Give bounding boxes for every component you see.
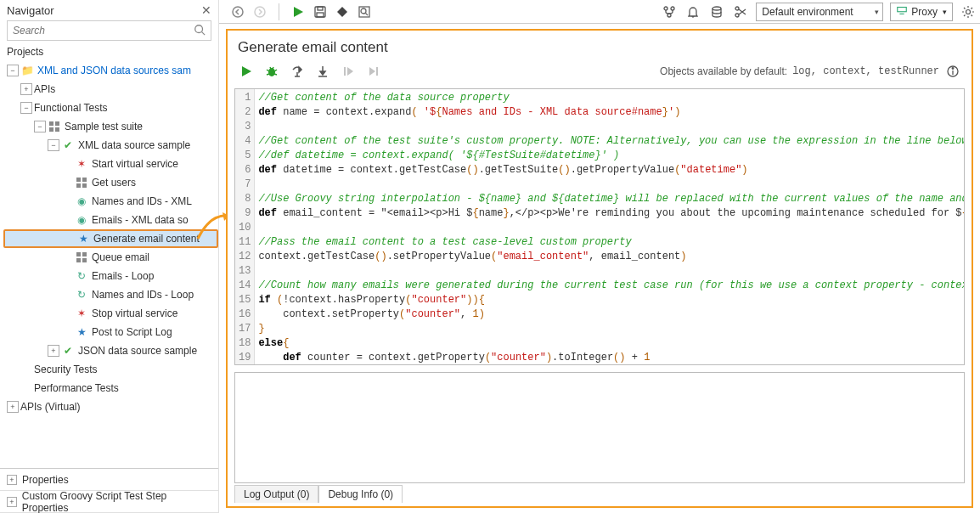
- loop-icon: ↻: [75, 269, 88, 283]
- grid-icon: [75, 176, 88, 189]
- svg-rect-30: [898, 8, 907, 12]
- svg-rect-11: [82, 252, 87, 256]
- tree-queue-email[interactable]: Queue email: [3, 248, 218, 267]
- debug-icon[interactable]: [263, 63, 280, 80]
- find-icon[interactable]: [356, 3, 373, 20]
- save-icon[interactable]: [312, 3, 329, 20]
- tree-emails-xml[interactable]: ◉Emails - XML data so: [3, 211, 218, 229]
- tab-log-output[interactable]: Log Output (0): [234, 485, 318, 503]
- svg-rect-7: [82, 178, 87, 182]
- tab-debug-info[interactable]: Debug Info (0): [318, 485, 403, 503]
- loop-icon: ↻: [75, 288, 88, 302]
- tree-project-root[interactable]: −📁XML and JSON data sources sam: [3, 61, 218, 80]
- expand-icon[interactable]: +: [7, 475, 17, 485]
- database-icon[interactable]: [708, 3, 725, 20]
- grid-icon: [75, 251, 88, 264]
- svg-point-24: [664, 7, 667, 10]
- environment-select[interactable]: Default environment: [756, 3, 883, 21]
- proxy-button[interactable]: Proxy: [890, 3, 953, 21]
- svg-rect-50: [376, 67, 378, 76]
- projects-label: Projects: [0, 44, 218, 59]
- svg-rect-6: [76, 178, 81, 182]
- branch-icon[interactable]: [661, 3, 678, 20]
- tree-names-xml[interactable]: ◉Names and IDs - XML: [3, 192, 218, 211]
- search-input-wrap[interactable]: [7, 20, 211, 41]
- tree-get-users[interactable]: Get users: [3, 173, 218, 192]
- svg-line-38: [274, 74, 277, 75]
- svg-point-31: [966, 9, 971, 14]
- svg-rect-4: [49, 127, 54, 132]
- skip-icon[interactable]: [365, 63, 382, 80]
- svg-rect-18: [318, 7, 323, 10]
- db-icon: ◉: [75, 213, 88, 227]
- code-editor[interactable]: //Get content of the data source propert…: [255, 89, 964, 364]
- svg-line-35: [267, 70, 269, 71]
- run-script-icon[interactable]: [238, 63, 255, 80]
- scissors-icon[interactable]: [732, 3, 749, 20]
- svg-rect-10: [76, 252, 81, 256]
- project-tree: −📁XML and JSON data sources sam +APIs −F…: [0, 59, 218, 468]
- svg-line-37: [267, 74, 269, 75]
- search-icon[interactable]: [194, 24, 206, 38]
- svg-marker-41: [299, 67, 301, 72]
- tree-generate-email[interactable]: ★Generate email content: [3, 229, 218, 248]
- line-gutter: 12345678910111213141516171819: [235, 89, 255, 364]
- folder-icon: 📁: [20, 64, 34, 77]
- tree-names-loop[interactable]: ↻Names and IDs - Loop: [3, 285, 218, 304]
- svg-marker-16: [294, 7, 303, 17]
- forward-icon[interactable]: [251, 3, 268, 20]
- output-panel[interactable]: [234, 372, 965, 483]
- svg-rect-19: [317, 13, 324, 17]
- svg-rect-2: [49, 121, 54, 126]
- expand-icon[interactable]: +: [7, 497, 17, 507]
- tree-post-log[interactable]: ★Post to Script Log: [3, 323, 218, 341]
- svg-line-40: [273, 67, 273, 69]
- gear-icon[interactable]: [960, 3, 977, 20]
- svg-marker-45: [320, 71, 325, 75]
- tree-start-virtual[interactable]: ✶Start virtual service: [3, 155, 218, 173]
- tree-xml-sample[interactable]: −✔XML data source sample: [3, 136, 218, 155]
- tree-json-sample[interactable]: +✔JSON data source sample: [3, 341, 218, 360]
- svg-point-28: [735, 7, 739, 10]
- tree-emails-loop[interactable]: ↻Emails - Loop: [3, 267, 218, 285]
- svg-rect-3: [55, 121, 59, 126]
- tree-stop-virtual[interactable]: ✶Stop virtual service: [3, 304, 218, 323]
- tree-functional[interactable]: −Functional Tests: [3, 99, 218, 117]
- stop-icon: ✶: [75, 307, 88, 320]
- bell-icon[interactable]: [684, 3, 701, 20]
- run-icon[interactable]: [290, 3, 307, 20]
- svg-point-27: [712, 7, 721, 10]
- svg-marker-49: [369, 67, 375, 76]
- svg-line-36: [274, 70, 277, 71]
- tree-apis-virtual[interactable]: +APIs (Virtual): [3, 397, 218, 416]
- suite-icon: [48, 120, 61, 133]
- proxy-icon: [896, 4, 908, 19]
- custom-props-panel[interactable]: +Custom Groovy Script Test Step Properti…: [0, 491, 218, 513]
- svg-point-53: [952, 68, 954, 70]
- svg-marker-48: [347, 67, 353, 76]
- svg-line-39: [270, 67, 271, 69]
- tree-apis[interactable]: +APIs: [3, 80, 218, 99]
- resume-icon[interactable]: [340, 63, 357, 80]
- tree-performance[interactable]: Performance Tests: [3, 379, 218, 397]
- tree-suite[interactable]: −Sample test suite: [3, 117, 218, 136]
- diamond-icon[interactable]: [334, 3, 351, 20]
- svg-point-15: [255, 7, 265, 17]
- svg-point-25: [671, 7, 674, 10]
- step-over-icon[interactable]: [289, 63, 306, 80]
- svg-rect-5: [55, 127, 59, 132]
- svg-point-34: [268, 68, 275, 76]
- svg-point-14: [233, 7, 243, 17]
- close-icon[interactable]: ✕: [201, 3, 211, 17]
- svg-marker-33: [242, 66, 251, 76]
- back-icon[interactable]: [229, 3, 246, 20]
- search-input[interactable]: [13, 25, 194, 37]
- info-icon[interactable]: [944, 63, 961, 80]
- step-into-icon[interactable]: [314, 63, 331, 80]
- tree-security[interactable]: Security Tests: [3, 360, 218, 379]
- properties-panel[interactable]: +Properties: [0, 469, 218, 491]
- svg-point-0: [195, 25, 203, 32]
- navigator-title: Navigator: [7, 4, 54, 17]
- svg-rect-9: [82, 183, 87, 188]
- editor-title: Generate email content: [228, 31, 972, 61]
